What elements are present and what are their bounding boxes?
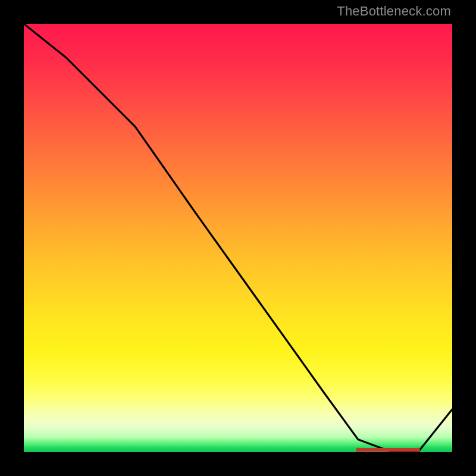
chart-frame: TheBottleneck.com <box>0 0 476 476</box>
svg-point-2 <box>387 449 389 451</box>
svg-point-1 <box>356 448 360 452</box>
svg-point-3 <box>416 448 420 452</box>
bottleneck-curve <box>24 24 452 452</box>
min-marker <box>356 448 420 452</box>
chart-svg <box>24 24 452 452</box>
watermark-text: TheBottleneck.com <box>337 4 451 19</box>
plot-area <box>24 24 452 452</box>
